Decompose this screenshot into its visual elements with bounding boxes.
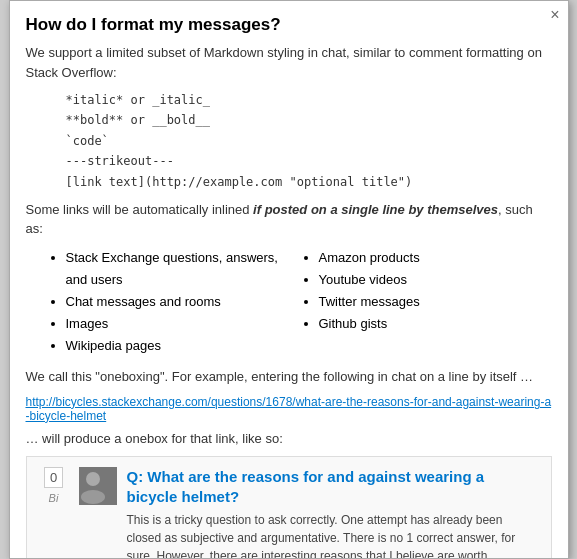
- bi-badge: Bi: [49, 492, 59, 504]
- onebox-body: Q: What are the reasons for and against …: [127, 467, 539, 559]
- list-item-col1-1: Stack Exchange questions, answers, and u…: [66, 247, 299, 291]
- list-item-col2-3: Twitter messages: [319, 291, 552, 313]
- code-line-3: `code`: [66, 131, 552, 151]
- list-item-col2-1: Amazon products: [319, 247, 552, 269]
- vote-count: 0: [44, 467, 63, 488]
- single-line-note: Some links will be automatically inlined…: [26, 200, 552, 239]
- format-messages-modal: × How do I format my messages? We suppor…: [9, 0, 569, 559]
- onebox-intro: We call this "oneboxing". For example, e…: [26, 367, 552, 387]
- onebox-thumbnail: [79, 467, 117, 505]
- list-item-col1-3: Images: [66, 313, 299, 335]
- onebox-example-link[interactable]: http://bicycles.stackexchange.com/questi…: [26, 395, 552, 423]
- code-line-4: ---strikeout---: [66, 151, 552, 171]
- list-col2: Amazon products Youtube videos Twitter m…: [299, 247, 552, 357]
- list-item-col2-4: Github gists: [319, 313, 552, 335]
- onebox-preview: 0 Bi Q: What are the reasons for and aga…: [26, 456, 552, 559]
- list-item-col1-2: Chat messages and rooms: [66, 291, 299, 313]
- list-item-col1-4: Wikipedia pages: [66, 335, 299, 357]
- onebox-excerpt: This is a tricky question to ask correct…: [127, 511, 539, 559]
- intro-text: We support a limited subset of Markdown …: [26, 43, 552, 82]
- code-line-2: **bold** or __bold__: [66, 110, 552, 130]
- onebox-title: Q: What are the reasons for and against …: [127, 467, 539, 506]
- onebox-left-col: 0 Bi: [39, 467, 69, 504]
- svg-point-1: [86, 472, 100, 486]
- close-button[interactable]: ×: [550, 7, 559, 23]
- modal-body: × How do I format my messages? We suppor…: [10, 1, 568, 559]
- code-examples: *italic* or _italic_ **bold** or __bold_…: [66, 90, 552, 192]
- autolink-lists: Stack Exchange questions, answers, and u…: [46, 247, 552, 357]
- code-line-1: *italic* or _italic_: [66, 90, 552, 110]
- onebox-result-text: … will produce a onebox for that link, l…: [26, 429, 552, 449]
- svg-point-2: [81, 490, 105, 504]
- list-item-col2-2: Youtube videos: [319, 269, 552, 291]
- modal-title: How do I format my messages?: [26, 15, 552, 35]
- list-col1: Stack Exchange questions, answers, and u…: [46, 247, 299, 357]
- code-line-5: [link text](http://example.com "optional…: [66, 172, 552, 192]
